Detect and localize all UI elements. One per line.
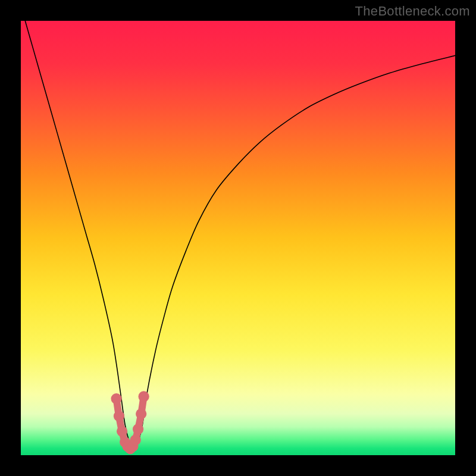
marker-dot (111, 393, 121, 404)
marker-dot (130, 434, 141, 445)
plot-area (21, 21, 455, 455)
marker-dot (117, 426, 127, 437)
chart-frame: TheBottleneck.com (0, 0, 476, 476)
marker-dot (136, 409, 146, 419)
watermark-text: TheBottleneck.com (355, 4, 470, 19)
bottleneck-curve (25, 21, 455, 451)
chart-svg (21, 21, 455, 455)
marker-dot (114, 411, 124, 421)
marker-dot (138, 391, 149, 402)
marker-dot (133, 424, 143, 434)
